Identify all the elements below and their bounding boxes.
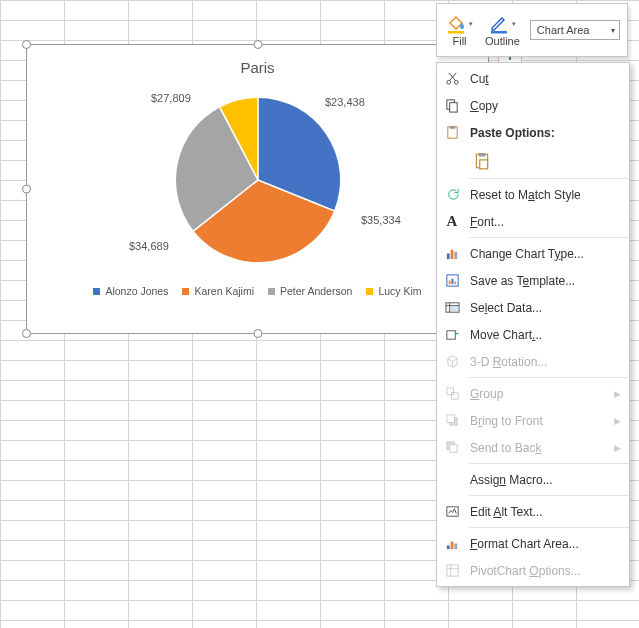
resize-handle-s[interactable]: [253, 329, 262, 338]
paint-bucket-icon: ▾: [446, 13, 473, 35]
submenu-arrow-icon: ▶: [614, 443, 621, 453]
menu-label: Group: [470, 387, 605, 401]
menu-label: Edit Alt Text...: [470, 505, 621, 519]
plot-area[interactable]: $23,438 $35,334 $34,689 $27,809: [27, 82, 488, 277]
menu-label: Change Chart Type...: [470, 247, 621, 261]
menu-bring-to-front: Bring to Front ▶: [437, 407, 629, 434]
data-label[interactable]: $27,809: [151, 92, 191, 104]
move-chart-icon: [443, 326, 461, 344]
pie-graphic[interactable]: [176, 98, 340, 262]
menu-reset-style[interactable]: Reset to Match Style: [437, 181, 629, 208]
menu-label: Send to Back: [470, 441, 605, 455]
paste-option-button[interactable]: [470, 149, 494, 173]
svg-rect-36: [454, 544, 457, 550]
pivot-icon: [443, 562, 461, 580]
svg-rect-34: [446, 545, 449, 549]
reset-icon: [443, 186, 461, 204]
clipboard-icon: [443, 124, 461, 142]
resize-handle-n[interactable]: [253, 40, 262, 49]
copy-icon: [443, 97, 461, 115]
svg-rect-32: [449, 445, 457, 453]
menu-send-to-back: Send to Back ▶: [437, 434, 629, 461]
svg-rect-17: [454, 252, 457, 260]
svg-rect-26: [446, 331, 454, 339]
scissors-icon: [443, 70, 461, 88]
legend-swatch: [268, 288, 275, 295]
menu-separator: [469, 178, 629, 179]
menu-cut[interactable]: Cut: [437, 65, 629, 92]
font-icon: A: [443, 213, 461, 231]
legend-label: Peter Anderson: [280, 285, 352, 297]
legend-entry[interactable]: Lucy Kim: [366, 285, 421, 297]
menu-separator: [469, 527, 629, 528]
menu-assign-macro[interactable]: Assign Macro...: [437, 466, 629, 493]
embedded-pie-chart[interactable]: Paris $23,438 $35,334 $34,689 $27,809 Al…: [26, 44, 489, 334]
svg-rect-37: [446, 565, 457, 576]
chart-context-menu: Cut Copy Paste Options: Reset to Match S…: [436, 62, 630, 587]
chevron-down-icon: ▾: [611, 26, 615, 35]
menu-select-data[interactable]: Select Data...: [437, 294, 629, 321]
svg-rect-16: [450, 250, 453, 259]
menu-label: Copy: [470, 99, 621, 113]
menu-label: Reset to Match Style: [470, 188, 621, 202]
legend-label: Karen Kajimi: [194, 285, 254, 297]
resize-handle-nw[interactable]: [22, 40, 31, 49]
resize-handle-sw[interactable]: [22, 329, 31, 338]
menu-label: Save as Template...: [470, 274, 621, 288]
menu-label: Select Data...: [470, 301, 621, 315]
svg-rect-30: [446, 415, 454, 423]
menu-label: Font...: [470, 215, 621, 229]
svg-rect-27: [446, 388, 453, 395]
menu-separator: [469, 495, 629, 496]
clipboard-paste-icon: [473, 152, 491, 170]
outline-label: Outline: [485, 35, 520, 47]
cube-icon: [443, 353, 461, 371]
save-template-icon: [443, 272, 461, 290]
data-label[interactable]: $34,689: [129, 240, 169, 252]
menu-change-chart-type[interactable]: Change Chart Type...: [437, 240, 629, 267]
svg-rect-14: [480, 160, 488, 169]
fill-label: Fill: [452, 35, 466, 47]
svg-point-7: [454, 80, 458, 84]
menu-label: Cut: [470, 72, 621, 86]
chart-element-selector[interactable]: Chart Area ▾: [530, 20, 620, 40]
menu-edit-alt-text[interactable]: Edit Alt Text...: [437, 498, 629, 525]
selector-value: Chart Area: [537, 24, 590, 36]
menu-format-chart-area[interactable]: Format Chart Area...: [437, 530, 629, 557]
svg-rect-11: [449, 126, 455, 129]
menu-label: Paste Options:: [470, 126, 621, 140]
data-label[interactable]: $23,438: [325, 96, 365, 108]
svg-rect-21: [454, 281, 456, 284]
menu-group: Group ▶: [437, 380, 629, 407]
menu-label: Move Chart...: [470, 328, 621, 342]
svg-rect-35: [450, 542, 453, 550]
menu-font[interactable]: A Font...: [437, 208, 629, 235]
svg-rect-19: [448, 281, 450, 285]
alt-text-icon: [443, 503, 461, 521]
menu-move-chart[interactable]: Move Chart...: [437, 321, 629, 348]
submenu-arrow-icon: ▶: [614, 389, 621, 399]
menu-label: Format Chart Area...: [470, 537, 621, 551]
blank-icon: [443, 471, 461, 489]
menu-save-template[interactable]: Save as Template...: [437, 267, 629, 294]
svg-rect-15: [446, 254, 449, 260]
menu-3d-rotation: 3-D Rotation...: [437, 348, 629, 375]
menu-label: Bring to Front: [470, 414, 605, 428]
paste-options-row: [437, 146, 629, 176]
menu-copy[interactable]: Copy: [437, 92, 629, 119]
legend-swatch: [366, 288, 373, 295]
chart-title[interactable]: Paris: [27, 45, 488, 82]
chart-legend[interactable]: Alonzo Jones Karen Kajimi Peter Anderson…: [27, 277, 488, 309]
chart-type-icon: [443, 245, 461, 263]
data-label[interactable]: $35,334: [361, 214, 401, 226]
menu-separator: [469, 463, 629, 464]
bring-front-icon: [443, 412, 461, 430]
legend-entry[interactable]: Alonzo Jones: [93, 285, 168, 297]
legend-entry[interactable]: Peter Anderson: [268, 285, 352, 297]
outline-button[interactable]: ▾ Outline: [479, 12, 526, 48]
fill-button[interactable]: ▾ Fill: [440, 12, 479, 48]
legend-entry[interactable]: Karen Kajimi: [182, 285, 254, 297]
legend-label: Alonzo Jones: [105, 285, 168, 297]
svg-rect-20: [451, 279, 453, 285]
pen-icon: ▾: [489, 13, 516, 35]
